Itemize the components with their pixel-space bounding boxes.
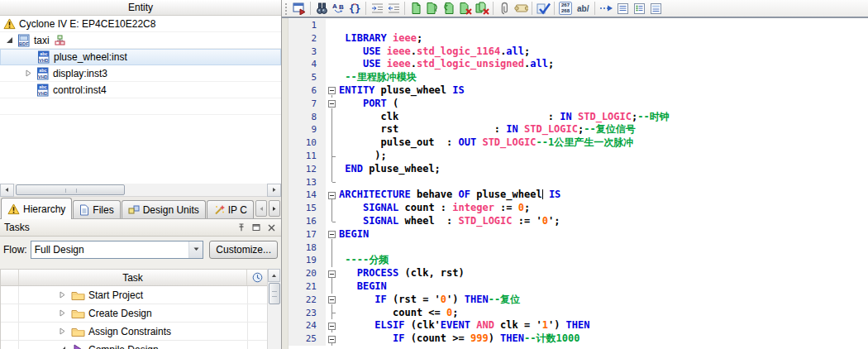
fold-toggle[interactable]: [326, 319, 339, 332]
code-line[interactable]: 8 clk : IN STD_LOGIC;--时钟: [289, 111, 868, 124]
code-text[interactable]: BEGIN: [339, 228, 868, 241]
fold-toggle[interactable]: [326, 84, 339, 98]
code-text[interactable]: );: [339, 150, 868, 163]
expand-toggle[interactable]: [55, 291, 69, 299]
code-line[interactable]: 13: [289, 176, 868, 189]
goto-icon[interactable]: [598, 0, 614, 17]
code-line[interactable]: 6ENTITY pluse_wheel IS: [289, 84, 868, 98]
expand-toggle[interactable]: [21, 69, 36, 77]
fold-minus-icon[interactable]: [328, 336, 336, 343]
code-editor[interactable]: 12 LIBRARY ieee;3 USE ieee.std_logic_116…: [282, 18, 868, 349]
fold-toggle[interactable]: [326, 332, 339, 346]
code-line[interactable]: 17BEGIN: [289, 228, 868, 241]
code-line[interactable]: 15 SIGNAL count : integer := 0;: [289, 202, 868, 215]
tab-ip-c[interactable]: IP C: [207, 200, 254, 218]
comment-c-icon[interactable]: [647, 0, 664, 17]
entity-tree-item[interactable]: abcVHDpluse_wheel:inst: [0, 49, 281, 65]
tab-scroll-right[interactable]: [269, 200, 280, 217]
fold-toggle[interactable]: [326, 267, 339, 280]
code-text[interactable]: LIBRARY ieee;: [339, 32, 868, 45]
code-line[interactable]: 11 );: [289, 150, 868, 163]
tab-hierarchy[interactable]: Hierarchy: [1, 198, 72, 219]
code-line[interactable]: 4 USE ieee.std_logic_unsigned.all;: [289, 58, 868, 71]
indent-icon[interactable]: [369, 0, 385, 17]
fold-toggle[interactable]: [326, 294, 339, 307]
code-text[interactable]: ARCHITECTURE behave OF pluse_wheel IS: [339, 189, 868, 202]
expand-toggle[interactable]: [2, 36, 17, 44]
tab-design-units[interactable]: Design Units: [122, 200, 206, 218]
code-text[interactable]: [339, 241, 868, 255]
comment-a-icon[interactable]: [614, 0, 631, 17]
code-text[interactable]: IF (count >= 999) THEN--计数1000: [339, 332, 868, 346]
code-area[interactable]: 12 LIBRARY ieee;3 USE ieee.std_logic_116…: [289, 18, 868, 349]
code-line[interactable]: 24 ELSIF (clk'EVENT AND clk = '1') THEN: [289, 319, 868, 332]
code-line[interactable]: 2 LIBRARY ieee;: [289, 32, 868, 45]
unindent-icon[interactable]: [385, 0, 402, 17]
code-line[interactable]: 19 ----分频: [289, 254, 868, 267]
template-icon[interactable]: [513, 0, 529, 17]
code-text[interactable]: --里程脉冲模块: [339, 71, 868, 84]
fold-minus-icon[interactable]: [328, 323, 336, 330]
attach-icon[interactable]: [496, 0, 513, 17]
scroll-right-button[interactable]: [267, 184, 281, 197]
bm-clear-icon[interactable]: [457, 0, 474, 17]
code-text[interactable]: PROCESS (clk, rst): [339, 267, 868, 280]
code-text[interactable]: [339, 19, 868, 32]
code-text[interactable]: IF (rst = '0') THEN--复位: [339, 294, 868, 307]
code-line[interactable]: 21 BEGIN: [289, 280, 868, 294]
code-text[interactable]: USE ieee.std_logic_unsigned.all;: [339, 58, 868, 71]
status-column-header[interactable]: [1, 270, 19, 285]
task-row[interactable]: Start Project: [1, 286, 267, 304]
tasks-vscrollbar[interactable]: [267, 269, 281, 349]
time-column-header[interactable]: [247, 270, 267, 285]
entity-tree-item[interactable]: Cyclone IV E: EP4CE10E22C8: [0, 16, 281, 32]
code-line[interactable]: 14ARCHITECTURE behave OF pluse_wheel IS: [289, 189, 868, 202]
pin-icon[interactable]: [236, 222, 247, 233]
tab-scroll-left[interactable]: [255, 200, 267, 217]
code-text[interactable]: SIGNAL wheel : STD_LOGIC := '0';: [339, 215, 868, 228]
code-text[interactable]: [339, 176, 868, 189]
scroll-up-button[interactable]: [268, 269, 280, 282]
expand-toggle[interactable]: [55, 346, 69, 349]
entity-tree-item[interactable]: abcVHDdisplay:inst3: [0, 65, 281, 82]
fold-minus-icon[interactable]: [328, 87, 336, 94]
expand-toggle[interactable]: [55, 309, 69, 317]
toolbar-grip[interactable]: [284, 2, 289, 15]
comment-b-icon[interactable]: [631, 0, 647, 17]
code-text[interactable]: SIGNAL count : integer := 0;: [339, 202, 868, 215]
vscroll-thumb[interactable]: [269, 283, 280, 304]
find-icon[interactable]: [313, 0, 330, 17]
code-line[interactable]: 10 pulse_out : OUT STD_LOGIC--1公里产生一次脉冲: [289, 136, 868, 150]
scroll-left-button[interactable]: [0, 184, 14, 197]
fold-minus-icon[interactable]: [328, 296, 336, 304]
code-line[interactable]: 1: [289, 19, 868, 32]
fold-minus-icon[interactable]: [328, 192, 336, 199]
bm-clear-all-icon[interactable]: [474, 0, 490, 17]
hierarchy-hscrollbar[interactable]: [0, 184, 281, 197]
entity-tree-item[interactable]: abcVHDcontrol:inst4: [0, 82, 281, 98]
code-text[interactable]: ----分频: [339, 254, 868, 267]
code-line[interactable]: 16 SIGNAL wheel : STD_LOGIC := '0';: [289, 215, 868, 228]
task-column-header[interactable]: Task: [19, 270, 247, 285]
code-text[interactable]: END pluse_wheel;: [339, 163, 868, 176]
fold-toggle[interactable]: [326, 98, 339, 111]
code-text[interactable]: rst : IN STD_LOGIC;--复位信号: [339, 123, 868, 136]
code-text[interactable]: ELSIF (clk'EVENT AND clk = '1') THEN: [339, 319, 868, 332]
code-line[interactable]: 9 rst : IN STD_LOGIC;--复位信号: [289, 123, 868, 136]
fold-toggle[interactable]: [326, 189, 339, 202]
code-line[interactable]: 23 count <= 0;: [289, 307, 868, 320]
code-text[interactable]: count <= 0;: [339, 307, 868, 320]
entity-column-header[interactable]: Entity: [0, 0, 281, 16]
fold-minus-icon[interactable]: [328, 270, 336, 278]
code-line[interactable]: 12 END pluse_wheel;: [289, 163, 868, 176]
code-line[interactable]: 22 IF (rst = '0') THEN--复位: [289, 294, 868, 307]
code-line[interactable]: 7 PORT (: [289, 98, 868, 111]
code-text[interactable]: pulse_out : OUT STD_LOGIC--1公里产生一次脉冲: [339, 136, 868, 150]
code-text[interactable]: clk : IN STD_LOGIC;--时钟: [339, 111, 868, 124]
syntax-coloring-button[interactable]: ab/: [577, 4, 589, 13]
chevron-down-icon[interactable]: [188, 241, 203, 258]
fold-minus-icon[interactable]: [328, 100, 336, 108]
expand-toggle[interactable]: [55, 327, 69, 335]
hscroll-thumb[interactable]: [16, 184, 125, 195]
customize-button[interactable]: Customize...: [209, 241, 278, 259]
